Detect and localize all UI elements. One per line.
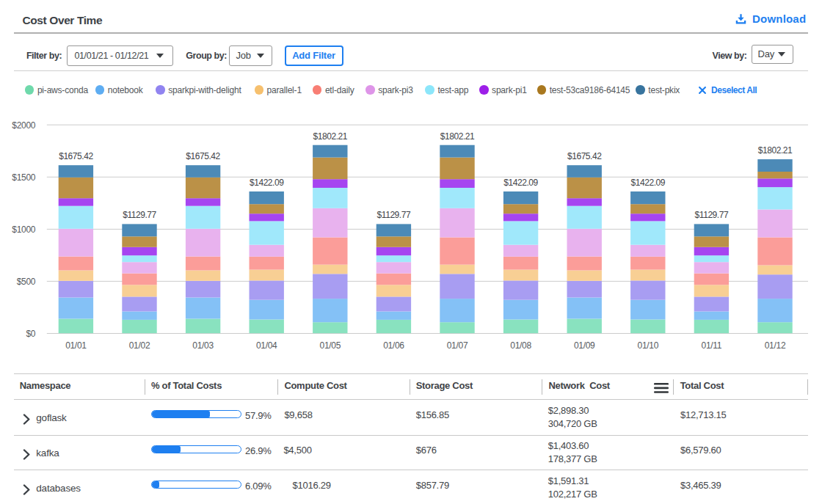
svg-text:$1129.77: $1129.77 <box>123 210 156 220</box>
svg-text:$1000: $1000 <box>12 224 35 235</box>
svg-text:01/06: 01/06 <box>383 340 404 351</box>
svg-text:$2000: $2000 <box>12 120 35 131</box>
svg-text:$1802.21: $1802.21 <box>313 131 348 142</box>
svg-text:$1422.09: $1422.09 <box>631 178 666 188</box>
svg-text:01/03: 01/03 <box>192 340 214 351</box>
svg-text:$1675.42: $1675.42 <box>59 151 93 161</box>
svg-text:$1129.77: $1129.77 <box>695 210 729 220</box>
svg-text:01/07: 01/07 <box>447 340 468 351</box>
svg-text:01/02: 01/02 <box>129 340 150 351</box>
svg-text:01/04: 01/04 <box>256 340 277 351</box>
svg-text:$1802.21: $1802.21 <box>758 145 793 156</box>
svg-text:01/10: 01/10 <box>638 340 659 351</box>
svg-text:$1422.09: $1422.09 <box>503 178 538 188</box>
svg-text:01/11: 01/11 <box>702 340 722 351</box>
svg-text:$1422.09: $1422.09 <box>250 178 284 188</box>
svg-text:$1675.42: $1675.42 <box>567 151 602 161</box>
svg-text:$500: $500 <box>17 277 36 287</box>
svg-text:01/01: 01/01 <box>65 340 87 351</box>
svg-text:01/09: 01/09 <box>574 340 595 351</box>
svg-text:$1802.21: $1802.21 <box>440 131 475 142</box>
svg-text:$0: $0 <box>26 329 35 339</box>
svg-text:$1500: $1500 <box>12 172 35 183</box>
svg-text:01/05: 01/05 <box>320 340 341 351</box>
svg-text:01/12: 01/12 <box>765 340 786 351</box>
svg-text:$1675.42: $1675.42 <box>186 151 220 161</box>
svg-text:01/08: 01/08 <box>510 340 531 351</box>
svg-text:$1129.77: $1129.77 <box>377 210 411 220</box>
